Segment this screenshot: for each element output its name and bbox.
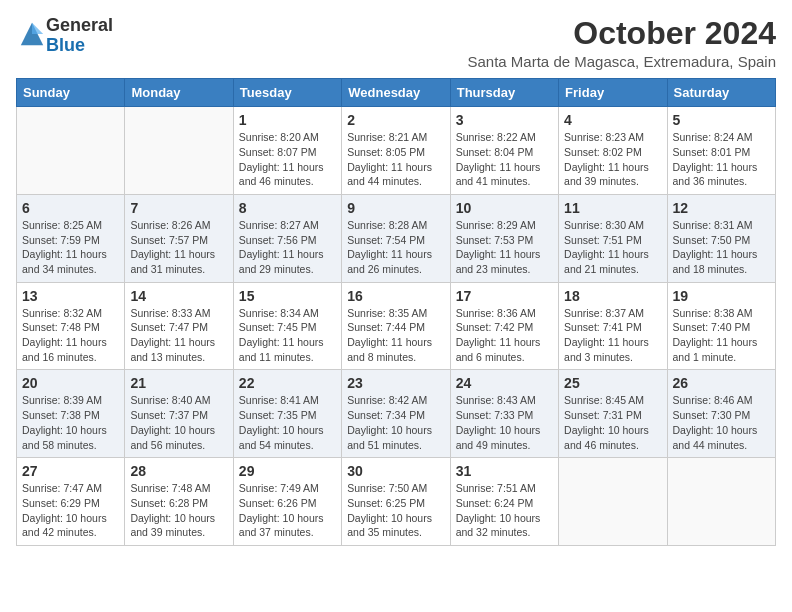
day-number: 1 (239, 112, 336, 128)
day-number: 17 (456, 288, 553, 304)
day-number: 8 (239, 200, 336, 216)
calendar-cell (559, 458, 667, 546)
day-number: 4 (564, 112, 661, 128)
day-info: Sunrise: 8:25 AMSunset: 7:59 PMDaylight:… (22, 218, 119, 277)
calendar-cell: 9Sunrise: 8:28 AMSunset: 7:54 PMDaylight… (342, 194, 450, 282)
day-info: Sunrise: 8:40 AMSunset: 7:37 PMDaylight:… (130, 393, 227, 452)
day-info: Sunrise: 8:22 AMSunset: 8:04 PMDaylight:… (456, 130, 553, 189)
day-number: 15 (239, 288, 336, 304)
day-info: Sunrise: 8:39 AMSunset: 7:38 PMDaylight:… (22, 393, 119, 452)
day-info: Sunrise: 8:30 AMSunset: 7:51 PMDaylight:… (564, 218, 661, 277)
calendar-cell (17, 107, 125, 195)
calendar-cell: 12Sunrise: 8:31 AMSunset: 7:50 PMDayligh… (667, 194, 775, 282)
weekday-header-wednesday: Wednesday (342, 79, 450, 107)
day-number: 14 (130, 288, 227, 304)
day-info: Sunrise: 8:34 AMSunset: 7:45 PMDaylight:… (239, 306, 336, 365)
calendar-cell (667, 458, 775, 546)
day-number: 3 (456, 112, 553, 128)
day-number: 22 (239, 375, 336, 391)
month-title: October 2024 (468, 16, 777, 51)
calendar-week-row: 1Sunrise: 8:20 AMSunset: 8:07 PMDaylight… (17, 107, 776, 195)
calendar-cell: 17Sunrise: 8:36 AMSunset: 7:42 PMDayligh… (450, 282, 558, 370)
day-number: 6 (22, 200, 119, 216)
weekday-header-row: SundayMondayTuesdayWednesdayThursdayFrid… (17, 79, 776, 107)
weekday-header-friday: Friday (559, 79, 667, 107)
calendar-table: SundayMondayTuesdayWednesdayThursdayFrid… (16, 78, 776, 546)
calendar-cell: 18Sunrise: 8:37 AMSunset: 7:41 PMDayligh… (559, 282, 667, 370)
day-info: Sunrise: 8:26 AMSunset: 7:57 PMDaylight:… (130, 218, 227, 277)
day-info: Sunrise: 8:45 AMSunset: 7:31 PMDaylight:… (564, 393, 661, 452)
calendar-cell: 15Sunrise: 8:34 AMSunset: 7:45 PMDayligh… (233, 282, 341, 370)
calendar-cell: 5Sunrise: 8:24 AMSunset: 8:01 PMDaylight… (667, 107, 775, 195)
day-info: Sunrise: 8:20 AMSunset: 8:07 PMDaylight:… (239, 130, 336, 189)
day-number: 28 (130, 463, 227, 479)
weekday-header-monday: Monday (125, 79, 233, 107)
day-info: Sunrise: 8:37 AMSunset: 7:41 PMDaylight:… (564, 306, 661, 365)
day-info: Sunrise: 8:35 AMSunset: 7:44 PMDaylight:… (347, 306, 444, 365)
day-info: Sunrise: 7:50 AMSunset: 6:25 PMDaylight:… (347, 481, 444, 540)
day-info: Sunrise: 8:41 AMSunset: 7:35 PMDaylight:… (239, 393, 336, 452)
calendar-cell: 25Sunrise: 8:45 AMSunset: 7:31 PMDayligh… (559, 370, 667, 458)
logo-text: General Blue (46, 16, 113, 56)
day-number: 7 (130, 200, 227, 216)
day-number: 25 (564, 375, 661, 391)
page-header: General Blue October 2024 Santa Marta de… (16, 16, 776, 70)
day-number: 30 (347, 463, 444, 479)
calendar-cell: 1Sunrise: 8:20 AMSunset: 8:07 PMDaylight… (233, 107, 341, 195)
day-number: 29 (239, 463, 336, 479)
day-number: 12 (673, 200, 770, 216)
day-number: 26 (673, 375, 770, 391)
calendar-cell: 26Sunrise: 8:46 AMSunset: 7:30 PMDayligh… (667, 370, 775, 458)
calendar-cell: 16Sunrise: 8:35 AMSunset: 7:44 PMDayligh… (342, 282, 450, 370)
location-subtitle: Santa Marta de Magasca, Extremadura, Spa… (468, 53, 777, 70)
day-number: 20 (22, 375, 119, 391)
calendar-cell: 22Sunrise: 8:41 AMSunset: 7:35 PMDayligh… (233, 370, 341, 458)
day-number: 27 (22, 463, 119, 479)
weekday-header-thursday: Thursday (450, 79, 558, 107)
day-info: Sunrise: 8:23 AMSunset: 8:02 PMDaylight:… (564, 130, 661, 189)
day-number: 9 (347, 200, 444, 216)
day-number: 16 (347, 288, 444, 304)
day-info: Sunrise: 8:46 AMSunset: 7:30 PMDaylight:… (673, 393, 770, 452)
calendar-cell: 10Sunrise: 8:29 AMSunset: 7:53 PMDayligh… (450, 194, 558, 282)
day-number: 24 (456, 375, 553, 391)
calendar-cell: 23Sunrise: 8:42 AMSunset: 7:34 PMDayligh… (342, 370, 450, 458)
day-info: Sunrise: 8:42 AMSunset: 7:34 PMDaylight:… (347, 393, 444, 452)
day-info: Sunrise: 8:38 AMSunset: 7:40 PMDaylight:… (673, 306, 770, 365)
logo-general: General (46, 15, 113, 35)
calendar-week-row: 6Sunrise: 8:25 AMSunset: 7:59 PMDaylight… (17, 194, 776, 282)
day-info: Sunrise: 8:32 AMSunset: 7:48 PMDaylight:… (22, 306, 119, 365)
weekday-header-tuesday: Tuesday (233, 79, 341, 107)
day-info: Sunrise: 8:36 AMSunset: 7:42 PMDaylight:… (456, 306, 553, 365)
day-number: 5 (673, 112, 770, 128)
calendar-cell: 29Sunrise: 7:49 AMSunset: 6:26 PMDayligh… (233, 458, 341, 546)
calendar-cell: 14Sunrise: 8:33 AMSunset: 7:47 PMDayligh… (125, 282, 233, 370)
day-number: 31 (456, 463, 553, 479)
day-info: Sunrise: 7:49 AMSunset: 6:26 PMDaylight:… (239, 481, 336, 540)
calendar-cell: 19Sunrise: 8:38 AMSunset: 7:40 PMDayligh… (667, 282, 775, 370)
calendar-cell: 3Sunrise: 8:22 AMSunset: 8:04 PMDaylight… (450, 107, 558, 195)
logo-icon (18, 20, 46, 48)
calendar-cell: 21Sunrise: 8:40 AMSunset: 7:37 PMDayligh… (125, 370, 233, 458)
weekday-header-sunday: Sunday (17, 79, 125, 107)
calendar-week-row: 27Sunrise: 7:47 AMSunset: 6:29 PMDayligh… (17, 458, 776, 546)
day-info: Sunrise: 8:24 AMSunset: 8:01 PMDaylight:… (673, 130, 770, 189)
calendar-cell: 7Sunrise: 8:26 AMSunset: 7:57 PMDaylight… (125, 194, 233, 282)
calendar-week-row: 20Sunrise: 8:39 AMSunset: 7:38 PMDayligh… (17, 370, 776, 458)
day-info: Sunrise: 8:21 AMSunset: 8:05 PMDaylight:… (347, 130, 444, 189)
calendar-cell: 31Sunrise: 7:51 AMSunset: 6:24 PMDayligh… (450, 458, 558, 546)
day-info: Sunrise: 8:28 AMSunset: 7:54 PMDaylight:… (347, 218, 444, 277)
day-info: Sunrise: 7:47 AMSunset: 6:29 PMDaylight:… (22, 481, 119, 540)
day-info: Sunrise: 8:27 AMSunset: 7:56 PMDaylight:… (239, 218, 336, 277)
calendar-cell: 4Sunrise: 8:23 AMSunset: 8:02 PMDaylight… (559, 107, 667, 195)
calendar-cell: 28Sunrise: 7:48 AMSunset: 6:28 PMDayligh… (125, 458, 233, 546)
calendar-cell (125, 107, 233, 195)
calendar-cell: 30Sunrise: 7:50 AMSunset: 6:25 PMDayligh… (342, 458, 450, 546)
day-info: Sunrise: 7:51 AMSunset: 6:24 PMDaylight:… (456, 481, 553, 540)
day-number: 21 (130, 375, 227, 391)
calendar-cell: 2Sunrise: 8:21 AMSunset: 8:05 PMDaylight… (342, 107, 450, 195)
weekday-header-saturday: Saturday (667, 79, 775, 107)
day-info: Sunrise: 8:43 AMSunset: 7:33 PMDaylight:… (456, 393, 553, 452)
day-number: 11 (564, 200, 661, 216)
day-info: Sunrise: 7:48 AMSunset: 6:28 PMDaylight:… (130, 481, 227, 540)
